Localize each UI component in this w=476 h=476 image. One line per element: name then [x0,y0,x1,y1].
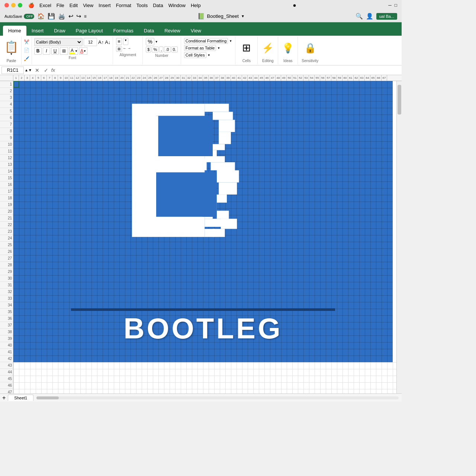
cancel-formula-button[interactable]: ✕ [33,67,41,73]
indent-button[interactable]: ← [123,46,126,52]
selected-cell[interactable] [13,81,19,88]
format-painter-button[interactable]: 🖌️ [24,56,29,61]
tab-formulas[interactable]: Formulas [108,26,139,36]
autosave-toggle[interactable]: AutoSave OFF [4,14,34,19]
maximize-button[interactable] [18,3,22,7]
scrollbar-thumb-h[interactable] [36,396,59,399]
edit-menu[interactable]: Edit [70,3,78,8]
customize-icon[interactable]: ≡ [84,14,87,19]
save-icon[interactable]: 💾 [48,13,55,20]
add-sheet-button[interactable]: + [0,395,8,401]
percent-button[interactable]: % [152,46,158,52]
account-icon[interactable]: 👤 [366,13,373,20]
col-header-6: 6 [41,75,47,81]
window-menu[interactable]: Window [168,3,186,8]
col-header-14: 14 [86,75,91,81]
row-header-46: 46 [0,382,13,389]
row-header-18: 18 [0,195,13,202]
number-dropdown[interactable]: ▼ [155,40,158,44]
underline-button[interactable]: U [51,47,59,55]
cs-dropdown[interactable]: ▼ [208,54,210,57]
formula-input[interactable] [57,67,400,73]
editing-button[interactable]: ⚡ [262,38,274,58]
fill-color-button[interactable]: A ▼ [69,47,78,55]
tab-review[interactable]: Review [159,26,186,36]
redo-icon[interactable]: ↪ [76,13,81,20]
insert-menu[interactable]: Insert [99,3,111,8]
minimize-icon[interactable]: ─ [388,3,392,8]
conditional-formatting-button[interactable]: Conditional Formatting [184,38,228,44]
format-table-button[interactable]: Format as Table [184,45,216,51]
search-button[interactable]: 🔍 [356,13,363,20]
increase-decimal[interactable]: .0 [164,46,170,52]
tab-insert[interactable]: Insert [26,26,49,36]
sheet-tab-active[interactable]: Sheet1 [8,395,33,401]
ft-dropdown[interactable]: ▼ [217,46,220,50]
confirm-formula-button[interactable]: ✓ [42,67,50,73]
cf-dropdown[interactable]: ▼ [229,39,232,43]
align-left-button[interactable]: ≡ [116,38,122,45]
paste-dropdown-arrow[interactable]: ▼ [10,52,13,56]
paste-button[interactable]: 📋 ▼ [4,38,18,59]
minimize-button[interactable] [11,3,16,7]
decrease-decimal[interactable]: 0. [171,46,178,52]
excel-menu[interactable]: Excel [39,3,51,8]
comma-button[interactable]: , [159,46,163,52]
autosave-switch[interactable]: OFF [24,14,34,19]
grid-area[interactable]: BOOTLEG [13,81,396,393]
ideas-button[interactable]: 💡 [282,38,294,58]
print-icon[interactable]: 🖨️ [58,13,65,20]
copy-button[interactable]: 📄 [24,48,29,53]
cells-group-icon[interactable]: ⊞ [242,38,251,58]
svg-rect-15 [217,211,229,219]
view-menu[interactable]: View [83,3,93,8]
help-menu[interactable]: Help [191,3,201,8]
file-menu[interactable]: File [57,3,64,8]
align-dropdown[interactable]: ▼ [123,38,128,45]
outdent-button[interactable]: → [127,46,131,52]
border-button[interactable]: ⊞ [60,47,68,55]
tools-menu[interactable]: Tools [136,3,148,8]
scrollbar-thumb-v[interactable] [398,85,401,115]
col-header-1: 1 [13,75,19,81]
col-header-55: 55 [315,75,320,81]
format-menu[interactable]: Format [116,3,131,8]
tab-home[interactable]: Home [3,26,26,36]
increase-font-button[interactable]: A↑ [98,39,104,45]
font-family-select[interactable]: Calibri (Body) [34,38,83,46]
tab-data[interactable]: Data [139,26,159,36]
doc-title-arrow: ▼ [241,14,245,18]
bold-button[interactable]: B [34,47,42,55]
col-header-47: 47 [270,75,276,81]
fullscreen-icon[interactable]: □ [395,3,397,8]
cut-button[interactable]: ✂️ [24,39,29,45]
font-size-input[interactable] [84,38,97,46]
sensitivity-label: Sensitivity [302,59,318,63]
row-header-17: 17 [0,188,13,195]
col-header-39: 39 [225,75,231,81]
tab-view[interactable]: View [186,26,206,36]
cell-reference-input[interactable] [1,67,24,74]
decrease-font-button[interactable]: A↓ [105,39,110,45]
close-button[interactable] [4,3,9,7]
horizontal-scrollbar[interactable] [36,396,399,399]
undo-icon[interactable]: ↩ [68,13,73,20]
number-format-button[interactable]: % [146,38,154,45]
sheet-tab-bar: + Sheet1 [0,393,402,402]
currency-button[interactable]: $ [146,46,151,52]
cell-ref-expand[interactable]: ▲▼ [25,68,32,72]
sensitivity-button[interactable]: 🔒 [304,38,316,58]
vertical-scrollbar[interactable] [396,81,402,393]
merge-center-button[interactable]: ⊞ [116,46,122,52]
font-color-button[interactable]: A ▼ [79,47,87,55]
home-icon[interactable]: 🏠 [37,13,45,20]
tab-draw[interactable]: Draw [49,26,70,36]
cell-styles-button[interactable]: Cell Styles [184,52,206,58]
italic-button[interactable]: I [43,47,50,55]
tab-page-layout[interactable]: Page Layout [71,26,108,36]
row-col-header-corner[interactable] [0,75,13,81]
apple-menu[interactable]: 🍎 [28,3,34,8]
share-button[interactable]: ual Ba... [376,13,397,20]
data-menu[interactable]: Data [153,3,163,8]
svg-rect-23 [203,150,211,156]
